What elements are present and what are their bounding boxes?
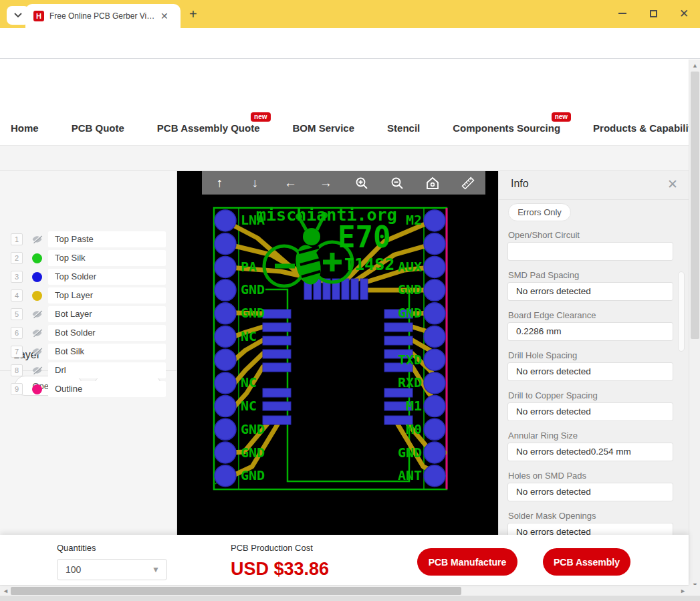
info-field-label-drill-to-copper-spacing: Drill to Copper Spacing [508, 390, 598, 400]
layer-row-outline[interactable]: 9Outline [0, 381, 177, 397]
production-cost-label: PCB Production Cost [231, 543, 313, 553]
eye-off-icon[interactable] [31, 364, 43, 376]
info-field-text: No errors detected0.254 mm [516, 447, 631, 457]
silk-model-text: E70 [338, 220, 390, 254]
pcb-pin-label-left: LNA [241, 212, 265, 228]
main-navigation: HomePCB QuotePCB Assembly QuotenewBOM Se… [0, 111, 689, 146]
errors-only-button[interactable]: Errors Only [508, 203, 571, 221]
layer-color-dot[interactable] [31, 271, 43, 283]
nav-item-pcb-assembly-quote[interactable]: PCB Assembly Quotenew [157, 122, 260, 134]
pcb-pin-label-right: GND [398, 445, 422, 461]
layer-name-label: Top Layer [48, 287, 166, 304]
info-field-value-drill-to-copper-spacing[interactable]: No errors detected [507, 402, 673, 421]
browser-toolbar: nextpcb.com/free-online-gerber-viewer.ht… [0, 28, 700, 59]
layer-panel: Layer ✕ Open All Close All 1Top Paste2To… [0, 171, 177, 535]
layer-number: 7 [11, 346, 23, 358]
layer-row-bot-silk[interactable]: 7Bot Silk [0, 344, 177, 360]
window-maximize-button[interactable] [647, 7, 659, 19]
nav-item-label: Components Sourcing [453, 122, 560, 134]
window-close-button[interactable]: ✕ [678, 7, 690, 19]
info-field-value-open-short-circuit[interactable] [507, 242, 673, 261]
pcb-assembly-button[interactable]: PCB Assembly [543, 548, 630, 576]
new-tab-button[interactable]: + [189, 7, 197, 22]
layer-name-label: Bot Solder [48, 325, 166, 341]
info-panel-close-icon[interactable]: ✕ [667, 176, 678, 192]
nav-item-components-sourcing[interactable]: Components Sourcingnew [453, 122, 560, 134]
window-minimize-button[interactable] [616, 7, 628, 19]
eye-off-icon[interactable] [31, 327, 43, 339]
layer-row-bot-solder[interactable]: 6Bot Solder [0, 325, 177, 341]
horizontal-scrollbar[interactable]: ◄ ► [0, 585, 689, 596]
info-field-text: 0.2286 mm [516, 326, 562, 336]
layer-row-top-solder[interactable]: 3Top Solder [0, 269, 177, 285]
nav-item-home[interactable]: Home [11, 122, 39, 134]
layer-row-top-layer[interactable]: 4Top Layer [0, 287, 177, 304]
layer-color-dot[interactable] [31, 289, 43, 302]
layer-color-dot[interactable] [31, 383, 43, 395]
info-field-value-holes-on-smd-pads[interactable]: No errors detected [507, 483, 673, 501]
pcb-pin-label-left: GND [241, 421, 265, 437]
chevron-down-icon: ▼ [152, 560, 160, 580]
quote-footer: Quantities 100 ▼ PCB Production Cost USD… [0, 535, 689, 585]
info-field-value-annular-ring-size[interactable]: No errors detected0.254 mm [507, 443, 673, 461]
info-panel: Info ✕ Errors Only Open/Short CircuitSMD… [498, 171, 689, 535]
pcb-pin-label-left: GND [241, 281, 265, 297]
layer-number: 1 [11, 233, 23, 245]
nav-item-products-capabilities[interactable]: Products & Capabilities [593, 122, 689, 134]
pcb-pin-label-right: GND [398, 305, 422, 321]
pcb-manufacture-button[interactable]: PCB Manufacture [417, 548, 517, 576]
horizontal-scroll-thumb[interactable] [11, 587, 461, 595]
pcb-pin-label-right: M0 [406, 421, 422, 437]
layer-row-bot-layer[interactable]: 5Bot Layer [0, 306, 177, 322]
eye-off-icon[interactable] [31, 346, 43, 358]
quantities-label: Quantities [57, 543, 96, 553]
pcb-pin-label-left: GND [241, 467, 265, 483]
nav-item-pcb-quote[interactable]: PCB Quote [72, 122, 124, 134]
nav-item-label: Products & Capabilities [593, 122, 689, 134]
layer-row-top-paste[interactable]: 1Top Paste [0, 231, 177, 247]
browser-tab-strip: H Free Online PCB Gerber Viewer ✕ + ✕ [0, 0, 700, 28]
pcb-pin-label-right: AUX [398, 259, 422, 275]
vertical-scroll-thumb[interactable] [691, 72, 699, 339]
info-field-text: No errors detected [516, 487, 591, 497]
quantity-value: 100 [66, 564, 81, 575]
gerber-viewer-canvas[interactable]: ↑ ↓ ← → [177, 171, 498, 535]
info-field-value-board-edge-clearance[interactable]: 0.2286 mm [507, 322, 673, 341]
scroll-up-icon[interactable]: ▲ [689, 62, 700, 69]
browser-tab[interactable]: H Free Online PCB Gerber Viewer ✕ [25, 4, 181, 28]
info-field-value-smd-pad-spacing[interactable]: No errors detected [507, 282, 673, 301]
vertical-scrollbar[interactable]: ▲ ▼ [689, 59, 700, 591]
nav-item-bom-service[interactable]: BOM Service [293, 122, 355, 134]
nav-item-label: PCB Assembly Quote [157, 122, 260, 134]
layer-number: 4 [11, 289, 23, 302]
info-field-label-board-edge-clearance: Board Edge Clearance [508, 310, 596, 320]
layer-name-label: Top Silk [48, 250, 166, 266]
info-panel-scrollbar[interactable] [678, 271, 685, 352]
layer-number: 3 [11, 271, 23, 283]
layer-name-label: Outline [48, 381, 166, 397]
nav-item-stencil[interactable]: Stencil [387, 122, 420, 134]
layer-number: 6 [11, 327, 23, 339]
layer-name-label: Top Paste [48, 231, 166, 247]
site-header: H. HQ NextPCB Reliable Multilayer PCB Ma… [0, 59, 689, 111]
layer-row-drl[interactable]: 8Drl [0, 362, 177, 378]
divider [499, 199, 689, 200]
eye-off-icon[interactable] [31, 308, 43, 320]
info-field-label-smd-pad-spacing: SMD Pad Spacing [508, 270, 579, 280]
layer-number: 5 [11, 308, 23, 320]
nextpcb-favicon: H [33, 11, 44, 21]
info-field-label-open-short-circuit: Open/Short Circuit [508, 230, 580, 240]
tab-close-icon[interactable]: ✕ [160, 11, 168, 21]
eye-off-icon[interactable] [31, 233, 43, 245]
pcb-pin-label-left: GND [241, 305, 265, 321]
silk-sub-text: T14S2 [344, 255, 394, 274]
scroll-left-icon[interactable]: ◄ [0, 588, 11, 594]
scroll-right-icon[interactable]: ► [677, 588, 689, 594]
quantity-select[interactable]: 100 ▼ [57, 559, 167, 580]
layer-color-dot[interactable] [31, 252, 43, 264]
info-field-value-drill-hole-spacing[interactable]: No errors detected [507, 362, 673, 381]
info-field-text: No errors detected [516, 366, 591, 376]
pcb-pin-label-left: NC [241, 398, 257, 414]
layer-row-top-silk[interactable]: 2Top Silk [0, 250, 177, 266]
info-panel-title: Info [511, 178, 529, 190]
